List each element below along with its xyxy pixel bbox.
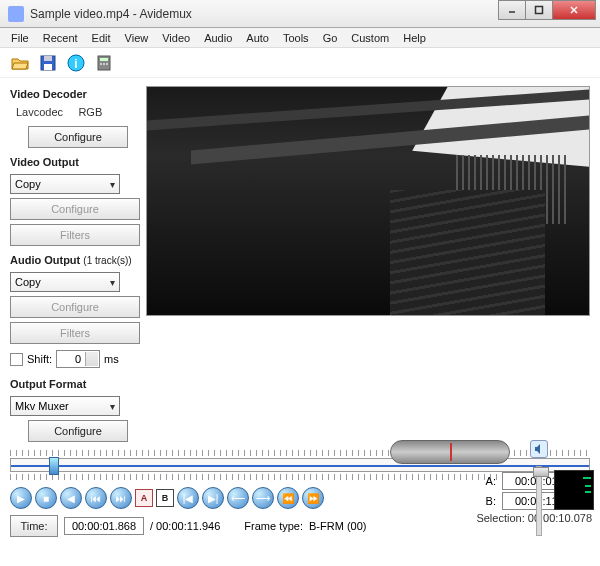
menu-audio[interactable]: Audio	[197, 30, 239, 46]
goto-start-button[interactable]: ⏪	[277, 487, 299, 509]
menu-help[interactable]: Help	[396, 30, 433, 46]
rewind-button[interactable]: ⏮	[85, 487, 107, 509]
close-button[interactable]	[552, 0, 596, 20]
frame-type-label: Frame type:	[244, 520, 303, 532]
audio-tracks-note: (1 track(s))	[83, 255, 131, 266]
menubar: File Recent Edit View Video Audio Auto T…	[0, 28, 600, 48]
app-icon	[8, 6, 24, 22]
video-output-select[interactable]: Copy	[10, 174, 120, 194]
time-current[interactable]: 00:00:01.868	[64, 517, 144, 535]
menu-custom[interactable]: Custom	[344, 30, 396, 46]
svg-rect-1	[536, 7, 543, 14]
next-cut-button[interactable]: ⟶	[252, 487, 274, 509]
output-format-select[interactable]: Mkv Muxer	[10, 396, 120, 416]
menu-view[interactable]: View	[118, 30, 156, 46]
svg-rect-12	[103, 63, 105, 65]
shift-spinner[interactable]: 0	[56, 350, 100, 368]
audio-output-mode: Copy	[15, 276, 41, 288]
shift-checkbox[interactable]	[10, 353, 23, 366]
svg-rect-11	[100, 63, 102, 65]
audio-filters-button[interactable]: Filters	[10, 322, 140, 344]
video-output-heading: Video Output	[10, 156, 140, 168]
format-configure-button[interactable]: Configure	[28, 420, 128, 442]
shift-unit: ms	[104, 353, 119, 365]
titlebar: Sample video.mp4 - Avidemux	[0, 0, 600, 28]
goto-end-button[interactable]: ⏩	[302, 487, 324, 509]
minimize-button[interactable]	[498, 0, 526, 20]
playhead[interactable]	[49, 457, 59, 475]
open-icon[interactable]	[8, 51, 32, 75]
mark-a-button[interactable]: A	[135, 489, 153, 507]
menu-go[interactable]: Go	[316, 30, 345, 46]
svg-text:i: i	[74, 57, 77, 71]
video-filters-button[interactable]: Filters	[10, 224, 140, 246]
save-icon[interactable]	[36, 51, 60, 75]
a-label: A:	[486, 475, 496, 487]
menu-tools[interactable]: Tools	[276, 30, 316, 46]
decoder-codec: Lavcodec	[16, 106, 63, 118]
decoder-colorspace: RGB	[78, 106, 102, 118]
video-preview	[146, 86, 590, 316]
prev-keyframe-button[interactable]: |◀	[177, 487, 199, 509]
mark-b-button[interactable]: B	[156, 489, 174, 507]
stop-button[interactable]: ■	[35, 487, 57, 509]
svg-rect-10	[100, 58, 108, 61]
frame-type-value: B-FRM (00)	[309, 520, 366, 532]
video-output-mode: Copy	[15, 178, 41, 190]
prev-frame-button[interactable]: ◀	[60, 487, 82, 509]
time-total: / 00:00:11.946	[150, 520, 220, 532]
audio-meter	[554, 470, 594, 510]
audio-output-select[interactable]: Copy	[10, 272, 120, 292]
play-button[interactable]: ▶	[10, 487, 32, 509]
video-configure-button[interactable]: Configure	[10, 198, 140, 220]
menu-video[interactable]: Video	[155, 30, 197, 46]
volume-icon[interactable]	[530, 440, 548, 458]
svg-rect-6	[44, 64, 52, 70]
selection-label: Selection:	[476, 512, 524, 524]
svg-rect-13	[106, 63, 108, 65]
calc-icon[interactable]	[92, 51, 116, 75]
menu-file[interactable]: File	[4, 30, 36, 46]
info-icon[interactable]: i	[64, 51, 88, 75]
shift-label: Shift:	[27, 353, 52, 365]
audio-output-heading: Audio Output (1 track(s))	[10, 254, 140, 266]
output-format-heading: Output Format	[10, 378, 140, 390]
left-panel: Video Decoder Lavcodec RGB Configure Vid…	[10, 82, 140, 444]
b-label: B:	[486, 495, 496, 507]
maximize-button[interactable]	[525, 0, 553, 20]
time-button[interactable]: Time:	[10, 515, 58, 537]
volume-slider[interactable]	[536, 466, 542, 536]
menu-recent[interactable]: Recent	[36, 30, 85, 46]
next-keyframe-button[interactable]: ▶|	[202, 487, 224, 509]
svg-rect-5	[44, 56, 52, 61]
decoder-info: Lavcodec RGB	[16, 106, 140, 118]
menu-auto[interactable]: Auto	[239, 30, 276, 46]
forward-button[interactable]: ⏭	[110, 487, 132, 509]
decoder-configure-button[interactable]: Configure	[28, 126, 128, 148]
output-format-value: Mkv Muxer	[15, 400, 69, 412]
decoder-heading: Video Decoder	[10, 88, 140, 100]
jog-wheel[interactable]	[390, 440, 510, 464]
audio-configure-button[interactable]: Configure	[10, 296, 140, 318]
toolbar: i	[0, 48, 600, 78]
prev-cut-button[interactable]: ⟵	[227, 487, 249, 509]
menu-edit[interactable]: Edit	[85, 30, 118, 46]
